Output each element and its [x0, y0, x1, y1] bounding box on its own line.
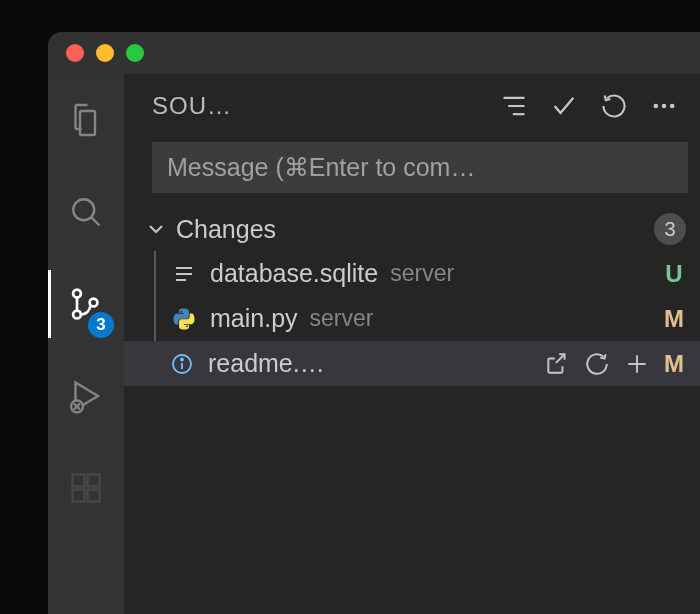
- commit-message-input[interactable]: Message (⌘Enter to com…: [152, 142, 688, 193]
- chevron-down-icon: [144, 217, 168, 241]
- window-body: 3 SOU…: [48, 74, 700, 614]
- activity-run-debug[interactable]: [48, 368, 124, 424]
- stage-changes-button[interactable]: [624, 351, 650, 377]
- discard-changes-button[interactable]: [584, 351, 610, 377]
- search-icon: [68, 194, 104, 230]
- svg-point-3: [73, 311, 81, 319]
- tree-icon: [500, 92, 528, 120]
- file-icon: [170, 262, 198, 286]
- svg-rect-8: [88, 490, 100, 502]
- changes-count: 3: [654, 213, 686, 245]
- activity-extensions[interactable]: [48, 460, 124, 516]
- open-file-button[interactable]: [544, 351, 570, 377]
- refresh-icon: [600, 92, 628, 120]
- panel-header-actions: [500, 92, 686, 120]
- window-close-button[interactable]: [66, 44, 84, 62]
- ellipsis-icon: [650, 92, 678, 120]
- window-minimize-button[interactable]: [96, 44, 114, 62]
- activity-explorer[interactable]: [48, 92, 124, 148]
- check-icon: [550, 92, 578, 120]
- svg-rect-9: [88, 475, 100, 487]
- file-path: server: [390, 260, 650, 287]
- panel-title: SOU…: [152, 92, 488, 120]
- run-debug-icon: [68, 378, 104, 414]
- view-as-tree-button[interactable]: [500, 92, 528, 120]
- svg-point-13: [654, 104, 659, 109]
- changes-section-header[interactable]: Changes 3: [124, 207, 700, 251]
- svg-point-2: [73, 290, 81, 298]
- svg-point-14: [662, 104, 667, 109]
- commit-button[interactable]: [550, 92, 578, 120]
- file-row[interactable]: main.py server M: [154, 296, 700, 341]
- scm-badge: 3: [88, 312, 114, 338]
- svg-point-0: [73, 199, 94, 220]
- changes-label: Changes: [176, 215, 654, 244]
- activity-bar: 3: [48, 74, 124, 614]
- status-untracked: U: [662, 260, 686, 288]
- extensions-icon: [68, 470, 104, 506]
- svg-point-4: [90, 299, 98, 307]
- status-modified: M: [662, 350, 686, 378]
- discard-icon: [584, 351, 610, 377]
- svg-rect-6: [73, 475, 85, 487]
- file-name: readme.…: [208, 349, 325, 378]
- svg-rect-7: [73, 490, 85, 502]
- file-path: server: [310, 305, 650, 332]
- svg-line-1: [91, 217, 99, 225]
- window-maximize-button[interactable]: [126, 44, 144, 62]
- refresh-button[interactable]: [600, 92, 628, 120]
- file-name: database.sqlite: [210, 259, 378, 288]
- info-icon: [168, 352, 196, 376]
- changes-file-list: database.sqlite server U main.py: [154, 251, 700, 386]
- file-row[interactable]: readme.…: [124, 341, 700, 386]
- editor-window: 3 SOU…: [48, 32, 700, 614]
- python-icon: [170, 307, 198, 331]
- file-row[interactable]: database.sqlite server U: [154, 251, 700, 296]
- svg-point-21: [181, 358, 183, 360]
- open-file-icon: [544, 351, 570, 377]
- svg-point-15: [670, 104, 675, 109]
- file-name: main.py: [210, 304, 298, 333]
- activity-search[interactable]: [48, 184, 124, 240]
- files-icon: [68, 102, 104, 138]
- status-modified: M: [662, 305, 686, 333]
- source-control-panel: SOU…: [124, 74, 700, 614]
- more-actions-button[interactable]: [650, 92, 678, 120]
- panel-header: SOU…: [124, 74, 700, 132]
- titlebar: [48, 32, 700, 74]
- activity-source-control[interactable]: 3: [48, 276, 124, 332]
- plus-icon: [624, 351, 650, 377]
- file-row-actions: [544, 351, 650, 377]
